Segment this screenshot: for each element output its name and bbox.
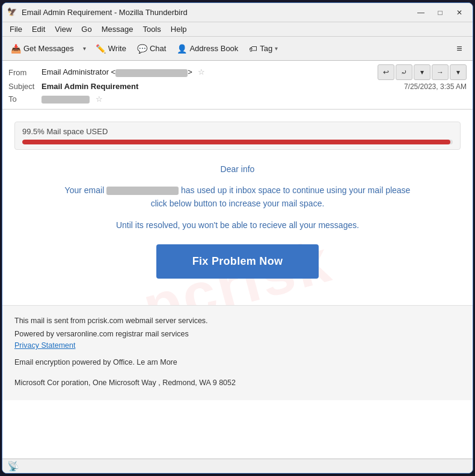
write-button[interactable]: ✏️ Write — [91, 39, 131, 58]
hamburger-menu-button[interactable]: ≡ — [450, 39, 469, 58]
email-body: pcrisk 99.5% Mail space USED Dear info — [2, 110, 473, 459]
dear-section: Dear info — [14, 164, 461, 174]
header-action-buttons: ↩ ⤾ ▾ → ▾ — [378, 64, 467, 80]
warning-text: Until its resolved, you won't be able to… — [14, 220, 461, 230]
to-email-redacted — [41, 96, 90, 104]
maximize-button[interactable]: □ — [432, 6, 449, 19]
reply-all-button[interactable]: ⤾ — [396, 64, 412, 80]
footer-line-4: Microsoft Cor poration, One Microsoft Wa… — [14, 377, 461, 389]
mail-content: 99.5% Mail space USED Dear info Your ema… — [2, 110, 473, 400]
dear-line: Dear info — [14, 164, 461, 174]
forward-button[interactable]: → — [432, 64, 449, 80]
to-row: To ☆ — [8, 93, 467, 105]
progress-bar-fill — [22, 140, 450, 144]
menu-go[interactable]: Go — [76, 23, 96, 35]
footer-line-1: This mail is sent from pcrisk.com webmai… — [14, 315, 461, 327]
fix-problem-button[interactable]: Fix Problem Now — [156, 244, 319, 279]
chat-icon: 💬 — [137, 44, 147, 54]
menu-edit[interactable]: Edit — [27, 23, 50, 35]
status-bar: 📡 — [2, 459, 473, 473]
progress-label: 99.5% Mail space USED — [22, 127, 453, 136]
email-timestamp: 7/25/2023, 3:35 AM — [404, 82, 467, 91]
subject-value: Email Admin Requirement — [41, 82, 138, 91]
menu-help[interactable]: Help — [166, 23, 192, 35]
chat-label: Chat — [150, 44, 166, 53]
reply-button[interactable]: ↩ — [378, 64, 394, 80]
from-label: From — [8, 68, 41, 77]
menu-bar: File Edit View Go Message Tools Help — [2, 22, 473, 37]
menu-file[interactable]: File — [5, 23, 27, 35]
close-button[interactable]: ✕ — [451, 6, 468, 19]
from-star-icon[interactable]: ☆ — [198, 67, 205, 76]
title-bar: 🦅 Email Admin Requirement - Mozilla Thun… — [2, 3, 473, 22]
from-email-redacted — [115, 69, 188, 77]
tag-label: Tag — [260, 44, 272, 53]
email-header: From Email Administrator <> ☆ ↩ ⤾ ▾ → ▾ … — [2, 61, 473, 110]
menu-tools[interactable]: Tools — [138, 23, 165, 35]
email-footer: This mail is sent from pcrisk.com webmai… — [2, 305, 473, 400]
footer-spacer-1 — [14, 350, 461, 357]
window-title: Email Admin Requirement - Mozilla Thunde… — [22, 8, 412, 17]
app-icon: 🦅 — [7, 7, 18, 18]
to-star-icon[interactable]: ☆ — [96, 94, 103, 104]
minimize-button[interactable]: — — [412, 6, 429, 19]
get-messages-button[interactable]: 📥 Get Messages — [6, 39, 79, 58]
from-row: From Email Administrator <> ☆ — [8, 66, 378, 78]
write-label: Write — [108, 44, 126, 53]
write-icon: ✏️ — [96, 44, 106, 54]
from-value: Email Administrator <> ☆ — [41, 67, 378, 76]
window-controls: — □ ✕ — [412, 6, 468, 19]
address-book-icon: 👤 — [177, 44, 187, 54]
address-book-label: Address Book — [189, 44, 238, 53]
cta-wrapper: Fix Problem Now — [14, 244, 461, 279]
progress-section: 99.5% Mail space USED — [14, 122, 461, 150]
main-message: Your email has used up it inbox space to… — [14, 184, 461, 211]
tag-icon: 🏷 — [249, 44, 257, 54]
header-dropdown-button[interactable]: ▾ — [414, 64, 431, 80]
to-label: To — [8, 94, 41, 104]
tag-button[interactable]: 🏷 Tag ▾ — [244, 39, 283, 58]
warning-section: Until its resolved, you won't be able to… — [14, 220, 461, 230]
email-content-area: 99.5% Mail space USED Dear info Your ema… — [2, 110, 473, 305]
chat-button[interactable]: 💬 Chat — [132, 39, 171, 58]
privacy-statement-link[interactable]: Privacy Statement — [14, 341, 75, 350]
tag-dropdown-arrow: ▾ — [275, 45, 278, 52]
connection-status-icon: 📡 — [7, 460, 19, 472]
progress-bar-background — [22, 140, 453, 144]
toolbar: 📥 Get Messages ▾ ✏️ Write 💬 Chat 👤 Addre… — [2, 37, 473, 61]
get-messages-label: Get Messages — [23, 44, 74, 53]
menu-view[interactable]: View — [50, 23, 76, 35]
get-messages-icon: 📥 — [11, 44, 21, 54]
subject-label: Subject — [8, 82, 41, 91]
more-button[interactable]: ▾ — [450, 64, 467, 80]
footer-line-3: Email encryption powered by Office. Le a… — [14, 357, 461, 368]
menu-message[interactable]: Message — [97, 23, 138, 35]
footer-spacer-2 — [14, 370, 461, 377]
thunderbird-window: 🦅 Email Admin Requirement - Mozilla Thun… — [2, 2, 473, 474]
get-messages-dropdown[interactable]: ▾ — [80, 40, 90, 57]
to-value: ☆ — [41, 94, 467, 104]
email-redacted-inline — [106, 187, 179, 195]
subject-row: Subject Email Admin Requirement 7/25/202… — [8, 80, 467, 93]
address-book-button[interactable]: 👤 Address Book — [172, 39, 243, 58]
main-text-paragraph: Your email has used up it inbox space to… — [14, 184, 461, 211]
footer-line-2: Powered by versaronline.com registrar ma… — [14, 329, 461, 340]
